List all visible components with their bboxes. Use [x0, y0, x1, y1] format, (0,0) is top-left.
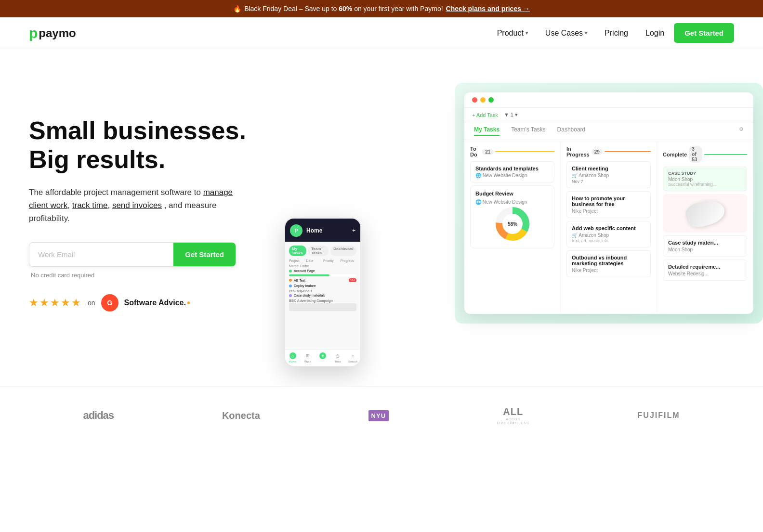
window-minimize-dot — [480, 97, 486, 103]
time-icon: ◷ — [334, 352, 341, 359]
software-advice-badge: Software Advice. • — [124, 298, 190, 309]
sa-dot-icon: • — [187, 298, 190, 309]
column-todo-header: To Do 21 — [470, 146, 554, 157]
svg-text:58%: 58% — [507, 221, 517, 227]
product-image-card — [663, 194, 747, 233]
banner-link[interactable]: Check plans and prices → — [446, 5, 530, 13]
hero-left: Small businesses. Big results. The affor… — [29, 78, 270, 311]
mobile-task-item[interactable]: Deploy feature — [289, 284, 356, 287]
app-desktop-preview: + Add Task ▼ 1 ▾ My Tasks Team's Tasks D… — [464, 92, 753, 314]
nav-product[interactable]: Product ▾ — [497, 29, 528, 38]
hero-right: + Add Task ▼ 1 ▾ My Tasks Team's Tasks D… — [289, 78, 734, 357]
banner-text: Black Friday Deal – Save up to 60% on yo… — [244, 5, 443, 13]
nyu-icon: NYU — [368, 410, 389, 421]
logo-all: ALL ACCORLIVE LIMITLESS — [497, 406, 529, 426]
task-card[interactable]: Outbound vs inbound marketing strategies… — [566, 250, 651, 277]
main-nav: p paymo Product ▾ Use Cases ▾ Pricing Lo… — [0, 17, 763, 49]
app-kanban-columns: To Do 21 Standards and templates 🌐 New W… — [464, 140, 753, 314]
home-icon: ⌂ — [289, 352, 296, 359]
budget-review-card[interactable]: Budget Review 🌐 New Website Design 58% — [470, 185, 554, 248]
mobile-tabs: My Tasks Team Tasks Dashboard — [289, 246, 356, 256]
mobile-tab-my-tasks[interactable]: My Tasks — [289, 246, 306, 256]
banner-emoji: 🔥 — [233, 5, 241, 13]
window-expand-dot — [488, 97, 494, 103]
logo-nyu: NYU — [368, 410, 389, 421]
app-tabs: My Tasks Team's Tasks Dashboard ⚙ — [464, 122, 753, 140]
task-dot-icon — [289, 279, 292, 282]
logo[interactable]: p paymo — [29, 25, 76, 41]
add-task-btn[interactable]: + Add Task — [472, 112, 498, 118]
mobile-home-label: Home — [306, 227, 322, 234]
column-in-progress-header: In Progress 29 — [566, 146, 651, 157]
no-credit-card-text: No credit card required — [31, 272, 270, 279]
add-icon: + — [319, 352, 326, 359]
filter-btn[interactable]: ▼ 1 ▾ — [504, 112, 518, 118]
nav-get-started-button[interactable]: Get Started — [674, 23, 734, 43]
rating-on-label: on — [88, 299, 95, 307]
nav-use-cases[interactable]: Use Cases ▾ — [545, 29, 587, 38]
mobile-nav-home[interactable]: ⌂ Home — [285, 352, 300, 363]
column-complete: Complete 3 of 53 CASE STUDY Moon Shop Su… — [657, 140, 753, 314]
mobile-nav-add[interactable]: + — [315, 352, 330, 363]
use-cases-chevron-icon: ▾ — [585, 30, 587, 36]
mobile-content: My Tasks Team Tasks Dashboard Project Da… — [285, 242, 360, 365]
nav-login[interactable]: Login — [645, 29, 664, 38]
window-close-dot — [472, 97, 477, 103]
donut-chart: 58% — [475, 205, 549, 243]
column-in-progress: In Progress 29 Client meeting 🛒 Amazon S… — [561, 140, 657, 314]
nav-links: Product ▾ Use Cases ▾ Pricing — [497, 29, 628, 38]
tab-teams-tasks[interactable]: Team's Tasks — [511, 126, 545, 136]
settings-icon[interactable]: ⚙ — [739, 126, 744, 136]
mobile-section-header2: BBC Advertising Campaign — [289, 299, 356, 302]
overdue-tag: 16d — [349, 278, 356, 282]
tab-my-tasks[interactable]: My Tasks — [474, 126, 500, 136]
hero-get-started-button[interactable]: Get Started — [173, 243, 236, 266]
task-card[interactable]: How to promote your business for free Ni… — [566, 191, 651, 218]
hero-link-track[interactable]: track time — [72, 201, 108, 210]
task-card[interactable]: Client meeting 🛒 Amazon Shop Nov 7 — [566, 161, 651, 188]
task-card[interactable]: Add web specific content 🛒 Amazon Shop t… — [566, 221, 651, 247]
mobile-task-item[interactable]: Account Page — [289, 269, 356, 272]
task-card[interactable]: Standards and templates 🌐 New Website De… — [470, 161, 554, 182]
app-titlebar — [464, 92, 753, 108]
search-icon: ⌕ — [349, 352, 356, 359]
hero-subtitle: The affordable project management softwa… — [29, 186, 241, 225]
nav-pricing[interactable]: Pricing — [605, 29, 628, 38]
task-dot-icon — [289, 294, 292, 297]
star-rating: ★★★★★ — [29, 297, 82, 309]
mobile-tab-dashboard[interactable]: Dashboard — [330, 246, 356, 256]
promo-banner: 🔥 Black Friday Deal – Save up to 60% on … — [0, 0, 763, 17]
mobile-task-item[interactable]: Case study materials — [289, 294, 356, 297]
email-form: Get Started — [29, 242, 236, 267]
mobile-tab-team-tasks[interactable]: Team Tasks — [308, 246, 329, 256]
logo-text: paymo — [39, 26, 76, 40]
mobile-section-header: Pre-Req-Doc 1 — [289, 289, 356, 293]
mobile-nav-work[interactable]: ⊞ Work — [300, 352, 315, 363]
task-card[interactable]: Detailed requireme... Website Redesig... — [663, 260, 747, 281]
mobile-user-label: Marcel Endre — [289, 264, 356, 268]
product-chevron-icon: ▾ — [526, 30, 528, 36]
mobile-nav-search[interactable]: ⌕ Search — [345, 352, 360, 363]
task-card[interactable]: Case study materi... Moon Shop — [663, 235, 747, 257]
task-dot-icon — [289, 285, 292, 287]
work-icon: ⊞ — [304, 352, 311, 359]
app-mobile-preview: P Home + My Tasks Team Tasks Dashboard P… — [284, 218, 361, 367]
customer-logos-section: adidas Konecta NYU ALL ACCORLIVE LIMITLE… — [0, 386, 763, 445]
work-email-input[interactable] — [29, 243, 173, 266]
mobile-nav-time[interactable]: ◷ Time — [330, 352, 345, 363]
mobile-progress-row — [289, 303, 356, 311]
mobile-column-headers: Project Date Priority Progress — [289, 259, 356, 262]
hero-link-invoices[interactable]: send invoices — [112, 201, 162, 210]
mobile-task-item[interactable]: AB Test 16d — [289, 278, 356, 282]
app-toolbar: + Add Task ▼ 1 ▾ — [464, 108, 753, 122]
mobile-bottom-nav: ⌂ Home ⊞ Work + ◷ Time ⌕ Search — [285, 349, 360, 366]
task-card[interactable]: CASE STUDY Moon Shop Successful wirefram… — [663, 167, 747, 191]
tab-dashboard[interactable]: Dashboard — [557, 126, 586, 136]
hero-section: Small businesses. Big results. The affor… — [0, 49, 763, 386]
logo-p-letter: p — [29, 25, 38, 41]
mobile-add-icon[interactable]: + — [352, 227, 355, 234]
g2-badge: G — [101, 294, 118, 311]
mobile-avatar: P — [290, 224, 303, 237]
column-complete-header: Complete 3 of 53 — [663, 146, 747, 163]
hero-title: Small businesses. Big results. — [29, 117, 270, 174]
